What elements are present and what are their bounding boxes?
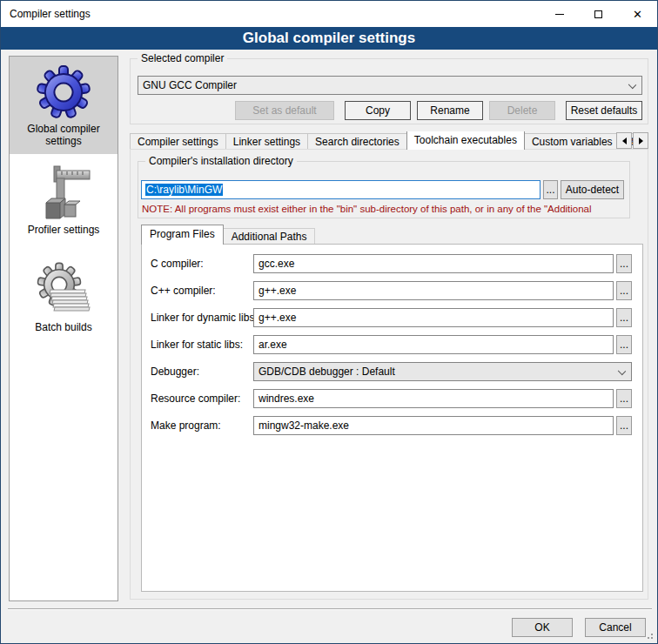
make-program-browse-button[interactable]: ...	[616, 416, 632, 435]
field-label: C++ compiler:	[151, 281, 216, 300]
cancel-button[interactable]: Cancel	[585, 618, 646, 637]
auto-detect-button[interactable]: Auto-detect	[561, 180, 624, 199]
debugger-select[interactable]: GDB/CDB debugger : Default	[253, 362, 632, 381]
linker-static-input[interactable]	[253, 335, 614, 354]
settings-category-list: Global compiler settings	[9, 56, 118, 601]
sidebar-item-profiler-settings[interactable]: Profiler settings	[10, 158, 118, 243]
cpp-compiler-row: C++ compiler: ...	[142, 281, 642, 300]
linker-dynamic-browse-button[interactable]: ...	[616, 308, 632, 327]
tab-scroll-right-button[interactable]	[633, 132, 648, 149]
installation-directory-group: Compiler's installation directory C:\ray…	[138, 161, 630, 218]
footer-divider	[8, 608, 652, 610]
linker-static-browse-button[interactable]: ...	[616, 335, 632, 354]
gray-gear-papers-icon	[36, 262, 91, 318]
sidebar-item-label: Batch builds	[11, 321, 116, 333]
minimize-button[interactable]	[540, 1, 579, 27]
debugger-row: Debugger: GDB/CDB debugger : Default	[142, 362, 642, 381]
c-compiler-input[interactable]	[253, 254, 614, 273]
selected-compiler-group: Selected compiler GNU GCC Compiler Set a…	[130, 58, 648, 124]
subtab-program-files[interactable]: Program Files	[141, 225, 224, 245]
sidebar-item-batch-builds[interactable]: Batch builds	[10, 255, 118, 340]
maximize-icon	[594, 10, 602, 18]
rename-button[interactable]: Rename	[417, 101, 483, 120]
delete-button[interactable]: Delete	[489, 101, 555, 120]
window-title: Compiler settings	[1, 8, 540, 20]
selected-compiler-legend: Selected compiler	[138, 52, 227, 64]
resize-grip[interactable]	[646, 632, 653, 639]
installation-directory-legend: Compiler's installation directory	[145, 155, 297, 167]
tab-custom-variables[interactable]: Custom variables	[524, 133, 621, 150]
linker-dynamic-row: Linker for dynamic libs: ...	[142, 308, 642, 327]
ok-button[interactable]: OK	[512, 618, 573, 637]
resource-compiler-input[interactable]	[253, 389, 614, 408]
cpp-compiler-input[interactable]	[253, 281, 614, 300]
copy-button[interactable]: Copy	[345, 101, 411, 120]
field-label: Resource compiler:	[151, 389, 240, 408]
installation-directory-browse-button[interactable]: ...	[543, 180, 558, 199]
sidebar-item-global-compiler-settings[interactable]: Global compiler settings	[10, 57, 118, 154]
sidebar-item-label: Profiler settings	[11, 224, 116, 236]
linker-dynamic-input[interactable]	[253, 308, 614, 327]
caliper-icon	[36, 164, 91, 220]
close-icon: ✕	[633, 9, 642, 20]
c-compiler-row: C compiler: ...	[142, 254, 642, 273]
field-label: Make program:	[151, 416, 221, 435]
sidebar-item-label: Global compiler settings	[11, 123, 116, 147]
dialog-banner-title: Global compiler settings	[1, 27, 657, 50]
make-program-row: Make program: ...	[142, 416, 642, 435]
tab-search-directories[interactable]: Search directories	[307, 133, 407, 150]
linker-static-row: Linker for static libs: ...	[142, 335, 642, 354]
installation-directory-value: C:\raylib\MinGW	[145, 184, 223, 196]
program-files-tabstrip: Program Files Additional Paths	[141, 225, 314, 245]
close-button[interactable]: ✕	[618, 1, 657, 27]
titlebar: Compiler settings ✕	[1, 1, 657, 27]
settings-tabstrip: Compiler settings Linker settings Search…	[130, 131, 648, 150]
compiler-select[interactable]: GNU GCC Compiler	[138, 76, 642, 95]
arrow-left-icon	[622, 138, 627, 144]
installation-directory-input[interactable]: C:\raylib\MinGW	[141, 180, 540, 199]
chevron-down-icon	[628, 81, 636, 89]
set-as-default-button[interactable]: Set as default	[235, 101, 334, 120]
subtab-additional-paths[interactable]: Additional Paths	[223, 228, 316, 245]
field-label: Linker for dynamic libs:	[151, 308, 258, 327]
toolchain-executables-page: Compiler's installation directory C:\ray…	[130, 149, 648, 600]
field-label: Linker for static libs:	[151, 335, 243, 354]
compiler-settings-dialog: { "window": { "title": "Compiler setting…	[0, 0, 658, 644]
resource-compiler-browse-button[interactable]: ...	[616, 389, 632, 408]
tab-linker-settings[interactable]: Linker settings	[225, 133, 308, 150]
program-files-page: C compiler: ... C++ compiler: ... Linker…	[141, 244, 643, 592]
c-compiler-browse-button[interactable]: ...	[616, 254, 632, 273]
arrow-right-icon	[639, 138, 643, 144]
cpp-compiler-browse-button[interactable]: ...	[616, 281, 632, 300]
resource-compiler-row: Resource compiler: ...	[142, 389, 642, 408]
field-label: Debugger:	[151, 362, 199, 381]
blue-gear-icon	[36, 64, 91, 119]
minimize-icon	[555, 14, 564, 15]
installation-note: NOTE: All programs must exist either in …	[142, 204, 626, 214]
chevron-down-icon	[618, 367, 626, 375]
maximize-button[interactable]	[579, 1, 618, 27]
debugger-select-value: GDB/CDB debugger : Default	[258, 366, 395, 378]
tab-compiler-settings[interactable]: Compiler settings	[130, 133, 226, 150]
reset-defaults-button[interactable]: Reset defaults	[566, 101, 642, 120]
tab-scroll-left-button[interactable]	[616, 132, 632, 149]
tab-scroll-buttons	[615, 132, 648, 149]
make-program-input[interactable]	[253, 416, 614, 435]
tab-toolchain-executables[interactable]: Toolchain executables	[406, 131, 525, 150]
compiler-select-value: GNU GCC Compiler	[143, 79, 237, 91]
field-label: C compiler:	[151, 254, 204, 273]
